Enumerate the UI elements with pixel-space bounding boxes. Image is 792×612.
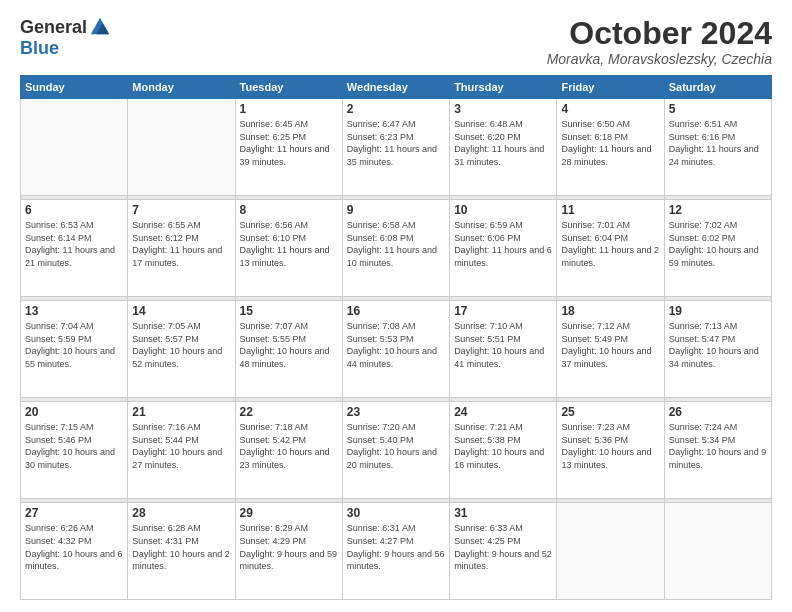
day-cell-w1-d4: 2Sunrise: 6:47 AMSunset: 6:23 PMDaylight…	[342, 99, 449, 196]
day-info: Sunrise: 6:55 AMSunset: 6:12 PMDaylight:…	[132, 219, 230, 269]
day-info: Sunrise: 7:23 AMSunset: 5:36 PMDaylight:…	[561, 421, 659, 471]
day-info: Sunrise: 7:12 AMSunset: 5:49 PMDaylight:…	[561, 320, 659, 370]
day-info: Sunrise: 6:28 AMSunset: 4:31 PMDaylight:…	[132, 522, 230, 572]
day-cell-w5-d5: 31Sunrise: 6:33 AMSunset: 4:25 PMDayligh…	[450, 503, 557, 600]
day-info: Sunrise: 7:10 AMSunset: 5:51 PMDaylight:…	[454, 320, 552, 370]
day-info: Sunrise: 6:48 AMSunset: 6:20 PMDaylight:…	[454, 118, 552, 168]
week-row-1: 1Sunrise: 6:45 AMSunset: 6:25 PMDaylight…	[21, 99, 772, 196]
day-cell-w1-d2	[128, 99, 235, 196]
day-number: 27	[25, 506, 123, 520]
day-number: 6	[25, 203, 123, 217]
day-cell-w2-d7: 12Sunrise: 7:02 AMSunset: 6:02 PMDayligh…	[664, 200, 771, 297]
day-number: 5	[669, 102, 767, 116]
day-info: Sunrise: 6:56 AMSunset: 6:10 PMDaylight:…	[240, 219, 338, 269]
day-cell-w5-d7	[664, 503, 771, 600]
day-number: 20	[25, 405, 123, 419]
day-info: Sunrise: 7:04 AMSunset: 5:59 PMDaylight:…	[25, 320, 123, 370]
day-number: 30	[347, 506, 445, 520]
header-monday: Monday	[128, 76, 235, 99]
day-info: Sunrise: 6:45 AMSunset: 6:25 PMDaylight:…	[240, 118, 338, 168]
day-cell-w5-d6	[557, 503, 664, 600]
day-cell-w1-d6: 4Sunrise: 6:50 AMSunset: 6:18 PMDaylight…	[557, 99, 664, 196]
calendar-body: 1Sunrise: 6:45 AMSunset: 6:25 PMDaylight…	[21, 99, 772, 600]
day-cell-w5-d4: 30Sunrise: 6:31 AMSunset: 4:27 PMDayligh…	[342, 503, 449, 600]
logo-blue-text: Blue	[20, 38, 59, 59]
day-number: 14	[132, 304, 230, 318]
day-info: Sunrise: 7:13 AMSunset: 5:47 PMDaylight:…	[669, 320, 767, 370]
day-cell-w3-d4: 16Sunrise: 7:08 AMSunset: 5:53 PMDayligh…	[342, 301, 449, 398]
day-cell-w2-d3: 8Sunrise: 6:56 AMSunset: 6:10 PMDaylight…	[235, 200, 342, 297]
day-number: 28	[132, 506, 230, 520]
day-cell-w2-d4: 9Sunrise: 6:58 AMSunset: 6:08 PMDaylight…	[342, 200, 449, 297]
day-number: 31	[454, 506, 552, 520]
day-number: 8	[240, 203, 338, 217]
day-info: Sunrise: 7:16 AMSunset: 5:44 PMDaylight:…	[132, 421, 230, 471]
day-info: Sunrise: 7:15 AMSunset: 5:46 PMDaylight:…	[25, 421, 123, 471]
day-cell-w3-d2: 14Sunrise: 7:05 AMSunset: 5:57 PMDayligh…	[128, 301, 235, 398]
week-row-5: 27Sunrise: 6:26 AMSunset: 4:32 PMDayligh…	[21, 503, 772, 600]
header-tuesday: Tuesday	[235, 76, 342, 99]
day-cell-w1-d7: 5Sunrise: 6:51 AMSunset: 6:16 PMDaylight…	[664, 99, 771, 196]
day-number: 16	[347, 304, 445, 318]
day-cell-w5-d3: 29Sunrise: 6:29 AMSunset: 4:29 PMDayligh…	[235, 503, 342, 600]
day-info: Sunrise: 6:31 AMSunset: 4:27 PMDaylight:…	[347, 522, 445, 572]
day-cell-w3-d1: 13Sunrise: 7:04 AMSunset: 5:59 PMDayligh…	[21, 301, 128, 398]
day-cell-w3-d6: 18Sunrise: 7:12 AMSunset: 5:49 PMDayligh…	[557, 301, 664, 398]
week-row-2: 6Sunrise: 6:53 AMSunset: 6:14 PMDaylight…	[21, 200, 772, 297]
logo: General Blue	[20, 16, 111, 59]
day-info: Sunrise: 7:02 AMSunset: 6:02 PMDaylight:…	[669, 219, 767, 269]
day-cell-w1-d3: 1Sunrise: 6:45 AMSunset: 6:25 PMDaylight…	[235, 99, 342, 196]
day-cell-w2-d2: 7Sunrise: 6:55 AMSunset: 6:12 PMDaylight…	[128, 200, 235, 297]
calendar-table: Sunday Monday Tuesday Wednesday Thursday…	[20, 75, 772, 600]
day-info: Sunrise: 6:33 AMSunset: 4:25 PMDaylight:…	[454, 522, 552, 572]
day-number: 2	[347, 102, 445, 116]
day-cell-w5-d2: 28Sunrise: 6:28 AMSunset: 4:31 PMDayligh…	[128, 503, 235, 600]
week-row-4: 20Sunrise: 7:15 AMSunset: 5:46 PMDayligh…	[21, 402, 772, 499]
weekday-header-row: Sunday Monday Tuesday Wednesday Thursday…	[21, 76, 772, 99]
day-info: Sunrise: 7:07 AMSunset: 5:55 PMDaylight:…	[240, 320, 338, 370]
day-info: Sunrise: 6:53 AMSunset: 6:14 PMDaylight:…	[25, 219, 123, 269]
day-number: 4	[561, 102, 659, 116]
week-row-3: 13Sunrise: 7:04 AMSunset: 5:59 PMDayligh…	[21, 301, 772, 398]
day-number: 19	[669, 304, 767, 318]
day-info: Sunrise: 7:08 AMSunset: 5:53 PMDaylight:…	[347, 320, 445, 370]
day-number: 10	[454, 203, 552, 217]
header-saturday: Saturday	[664, 76, 771, 99]
day-cell-w4-d7: 26Sunrise: 7:24 AMSunset: 5:34 PMDayligh…	[664, 402, 771, 499]
day-cell-w4-d4: 23Sunrise: 7:20 AMSunset: 5:40 PMDayligh…	[342, 402, 449, 499]
location: Moravka, Moravskoslezsky, Czechia	[547, 51, 772, 67]
day-info: Sunrise: 6:51 AMSunset: 6:16 PMDaylight:…	[669, 118, 767, 168]
day-number: 9	[347, 203, 445, 217]
day-cell-w4-d1: 20Sunrise: 7:15 AMSunset: 5:46 PMDayligh…	[21, 402, 128, 499]
day-cell-w2-d5: 10Sunrise: 6:59 AMSunset: 6:06 PMDayligh…	[450, 200, 557, 297]
day-number: 26	[669, 405, 767, 419]
header-thursday: Thursday	[450, 76, 557, 99]
day-cell-w3-d3: 15Sunrise: 7:07 AMSunset: 5:55 PMDayligh…	[235, 301, 342, 398]
day-number: 29	[240, 506, 338, 520]
day-info: Sunrise: 6:59 AMSunset: 6:06 PMDaylight:…	[454, 219, 552, 269]
day-number: 24	[454, 405, 552, 419]
day-info: Sunrise: 7:18 AMSunset: 5:42 PMDaylight:…	[240, 421, 338, 471]
day-number: 12	[669, 203, 767, 217]
day-info: Sunrise: 6:26 AMSunset: 4:32 PMDaylight:…	[25, 522, 123, 572]
logo-general-text: General	[20, 17, 87, 38]
day-info: Sunrise: 6:29 AMSunset: 4:29 PMDaylight:…	[240, 522, 338, 572]
title-block: October 2024 Moravka, Moravskoslezsky, C…	[547, 16, 772, 67]
day-cell-w4-d5: 24Sunrise: 7:21 AMSunset: 5:38 PMDayligh…	[450, 402, 557, 499]
day-info: Sunrise: 7:21 AMSunset: 5:38 PMDaylight:…	[454, 421, 552, 471]
logo-icon	[89, 16, 111, 38]
day-info: Sunrise: 6:47 AMSunset: 6:23 PMDaylight:…	[347, 118, 445, 168]
day-cell-w3-d5: 17Sunrise: 7:10 AMSunset: 5:51 PMDayligh…	[450, 301, 557, 398]
day-info: Sunrise: 7:20 AMSunset: 5:40 PMDaylight:…	[347, 421, 445, 471]
day-info: Sunrise: 6:58 AMSunset: 6:08 PMDaylight:…	[347, 219, 445, 269]
day-number: 17	[454, 304, 552, 318]
day-number: 7	[132, 203, 230, 217]
day-cell-w2-d6: 11Sunrise: 7:01 AMSunset: 6:04 PMDayligh…	[557, 200, 664, 297]
day-number: 15	[240, 304, 338, 318]
page: General Blue October 2024 Moravka, Morav…	[0, 0, 792, 612]
day-info: Sunrise: 7:24 AMSunset: 5:34 PMDaylight:…	[669, 421, 767, 471]
day-number: 1	[240, 102, 338, 116]
day-number: 3	[454, 102, 552, 116]
month-title: October 2024	[547, 16, 772, 51]
day-number: 18	[561, 304, 659, 318]
